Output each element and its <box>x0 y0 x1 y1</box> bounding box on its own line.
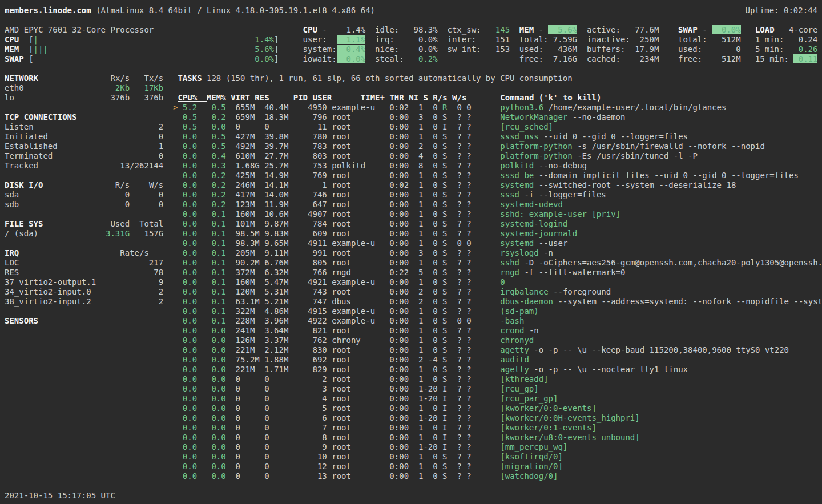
window-title: members.linode.com (AlmaLinux 8.4 64bit … <box>5 6 375 15</box>
process-row: 0.0 0.0 0 0 2 root 0:00 1 0 S ? ? [kthre… <box>173 374 822 384</box>
quicklook-gauge: CPU [| 1.4%] <box>5 35 279 45</box>
process-row: 0.0 0.2 246M 14.1M 1 root 0:02 1 0 S ? ?… <box>173 180 822 190</box>
quicklook-gauge: MEM [||| 5.6%] <box>5 45 279 54</box>
process-table-header: CPU% MEM% VIRT RES PID USER TIME+ THR NI… <box>178 93 601 103</box>
irq-row: 34_virtio2-input.0 2 <box>5 287 163 297</box>
load-stats-row: 1 min: 0.24 <box>755 35 818 45</box>
clock-value: 2021-10-15 15:17:05 UTC <box>5 491 115 500</box>
process-row: 0.0 0.1 90.2M 6.76M 805 root 0:00 1 0 S … <box>173 258 822 268</box>
process-row: 0.5 0.0 0 0 11 root 0:00 1 0 I ? ? [rcu_… <box>173 122 822 132</box>
irq-row: 38_virtio2-input.2 2 <box>5 297 163 307</box>
tcp-row: Tracked 13/262144 <box>5 161 163 171</box>
process-row: 0.0 0.2 123M 11.9M 647 root 0:00 1 0 S ?… <box>173 200 822 209</box>
tasks-summary-line: TASKS 128 (150 thr), 1 run, 61 slp, 66 o… <box>178 74 572 83</box>
network-header: NETWORK Rx/s Tx/s <box>5 74 163 83</box>
process-row: 0.0 0.1 120M 5.31M 743 root 0:00 2 0 S ?… <box>173 287 822 297</box>
sensors-panel: SENSORS <box>5 316 38 326</box>
mem-stats-row: MEM - 5.6% active: 77.6M <box>519 25 659 35</box>
process-row: 0.0 0.4 610M 27.7M 803 root 0:00 4 0 S ?… <box>173 151 822 161</box>
uptime-label: Uptime: <box>746 6 784 15</box>
process-row: 0.5 0.2 659M 18.3M 796 root 0:00 3 0 S ?… <box>173 112 822 122</box>
fs-row: / (sda) 3.31G 157G <box>5 229 163 239</box>
process-row: 0.0 0.1 160M 5.47M 4921 example-u 0:00 1… <box>173 277 822 287</box>
load-stats-row: 5 min: 0.26 <box>755 45 818 54</box>
process-row: 0.0 0.0 75.2M 1.88M 692 root 0:00 2 -4 S… <box>173 355 822 365</box>
uptime: Uptime: 0:02:44 <box>746 6 817 15</box>
process-row: 0.0 0.2 417M 14.0M 746 root 0:00 1 0 S ?… <box>173 190 822 200</box>
process-row: 0.0 0.0 241M 3.64M 821 root 0:00 1 0 S ?… <box>173 326 822 336</box>
irq-row: RES 78 <box>5 268 163 277</box>
tcp-row: Terminated 0 <box>5 151 163 161</box>
mem-panel: MEM - 5.6% active: 77.6Mtotal: 7.59G ina… <box>519 25 659 64</box>
process-row: 0.0 0.0 221M 1.71M 829 root 0:00 1 0 S ?… <box>173 365 822 374</box>
irq-header: IRQ Rate/s <box>5 248 163 258</box>
quicklook-gauge: SWAP [ 0.0%] <box>5 54 279 64</box>
tcp-header: TCP CONNECTIONS <box>5 112 163 122</box>
process-row: 0.0 0.1 63.1M 5.21M 747 dbus 0:00 2 0 S … <box>173 297 822 307</box>
disk-io-panel: DISK I/O R/s W/ssda 0 0sdb 0 0 <box>5 180 163 209</box>
process-row: 0.0 0.3 1.68G 25.7M 753 polkitd 0:00 8 0… <box>173 161 822 171</box>
swap-stats-row: used: 0 <box>678 45 741 54</box>
disk-row: sda 0 0 <box>5 190 163 200</box>
irq-row: 37_virtio2-output.1 9 <box>5 277 163 287</box>
process-row: 0.0 0.0 0 0 12 root 0:00 1 0 S ? ? [migr… <box>173 462 822 471</box>
process-row: 0.0 0.0 126M 3.37M 762 chrony 0:00 1 0 S… <box>173 336 822 345</box>
cpu-stats-row: CPU - 1.4% idle: 98.3% ctx_sw: 145 <box>303 25 510 35</box>
sensors-header: SENSORS <box>5 316 38 326</box>
mem-stats-row: used: 436M buffers: 17.9M <box>519 45 659 54</box>
process-row: 0.0 0.5 492M 39.7M 783 root 0:00 2 0 S ?… <box>173 142 822 151</box>
tcp-row: Initiated 0 <box>5 132 163 142</box>
fs-header: FILE SYS Used Total <box>5 219 163 229</box>
process-row: 0.0 0.0 0 0 6 root 0:00 1-20 I ? ? [kwor… <box>173 413 822 423</box>
process-row: 0.0 0.1 205M 9.11M 991 root 0:00 3 0 S ?… <box>173 248 822 258</box>
process-row: 0.0 0.0 0 0 5 root 0:00 1 0 I ? ? [kwork… <box>173 404 822 413</box>
swap-stats-row: free: 512M <box>678 54 741 64</box>
tasks-summary: TASKS 128 (150 thr), 1 run, 61 slp, 66 o… <box>178 74 572 83</box>
swap-panel: SWAP - 0.0%total: 512Mused: 0free: 512M <box>678 25 741 64</box>
process-row: 0.0 0.1 160M 10.6M 4907 root 0:00 1 0 S … <box>173 209 822 219</box>
irq-row: LOC 217 <box>5 258 163 268</box>
process-row: 0.0 0.0 0 0 8 root 0:00 1 0 I ? ? [kwork… <box>173 433 822 442</box>
uptime-value: 0:02:44 <box>784 6 817 15</box>
process-row: 0.0 0.2 425M 14.9M 769 root 0:00 1 0 S ?… <box>173 171 822 180</box>
quicklook-panel: AMD EPYC 7601 32-Core ProcessorCPU [| 1.… <box>5 25 279 64</box>
cpu-panel: CPU - 1.4% idle: 98.3% ctx_sw: 145user: … <box>303 25 510 64</box>
process-table: > 5.2 0.5 655M 40.4M 4950 example-u 0:02… <box>173 103 822 481</box>
disk-header: DISK I/O R/s W/s <box>5 180 163 190</box>
process-row: 0.0 0.1 101M 9.87M 784 root 0:00 1 0 S ?… <box>173 219 822 229</box>
process-row: 0.0 0.0 0 0 13 root 0:00 1 0 S ? ? [watc… <box>173 471 822 481</box>
tcp-connections-panel: TCP CONNECTIONSListen 2Initiated 0Establ… <box>5 112 163 171</box>
glances-terminal: members.linode.com (AlmaLinux 8.4 64bit … <box>0 0 822 504</box>
process-row: > 5.2 0.5 655M 40.4M 4950 example-u 0:02… <box>173 103 822 112</box>
process-row: 0.0 0.0 0 0 3 root 0:00 1-20 I ? ? [rcu_… <box>173 384 822 394</box>
process-row: 0.0 0.1 372M 6.32M 766 rngd 0:22 5 0 S ?… <box>173 268 822 277</box>
process-row: 0.0 0.5 427M 39.8M 780 root 0:00 1 0 S ?… <box>173 132 822 142</box>
irq-panel: IRQ Rate/sLOC 217RES 7837_virtio2-output… <box>5 248 163 307</box>
load-stats-row: 15 min: 0.11 <box>755 54 818 64</box>
cpu-model: AMD EPYC 7601 32-Core Processor <box>5 25 279 35</box>
process-header-line: CPU% MEM% VIRT RES PID USER TIME+ THR NI… <box>178 93 601 103</box>
tcp-row: Established 1 <box>5 142 163 151</box>
process-row: 0.0 0.0 0 0 10 root 0:00 1 0 S ? ? [ksof… <box>173 452 822 462</box>
filesystem-panel: FILE SYS Used Total/ (sda) 3.31G 157G <box>5 219 163 239</box>
cpu-stats-row: iowait: 0.0% steal: 0.2% <box>303 54 510 64</box>
hostname: members.linode.com <box>5 6 91 15</box>
process-row: 0.0 0.1 98.5M 9.83M 609 root 0:00 1 0 S … <box>173 229 822 239</box>
process-row: 0.0 0.0 221M 2.12M 830 root 0:00 1 0 S ?… <box>173 345 822 355</box>
mem-stats-row: free: 7.16G cached: 234M <box>519 54 659 64</box>
swap-stats-row: total: 512M <box>678 35 741 45</box>
disk-row: sdb 0 0 <box>5 200 163 209</box>
process-row: 0.0 0.1 322M 4.86M 4915 example-u 0:00 1… <box>173 307 822 316</box>
load-stats-row: LOAD 4-core <box>755 25 818 35</box>
os-info: (AlmaLinux 8.4 64bit / Linux 4.18.0-305.… <box>91 6 375 15</box>
network-panel: NETWORK Rx/s Tx/seth0 2Kb 17Kblo 376b 37… <box>5 74 163 103</box>
process-row: 0.0 0.0 0 0 4 root 0:00 1-20 I ? ? [rcu_… <box>173 394 822 404</box>
process-row: 0.0 0.1 98.3M 9.65M 4911 example-u 0:00 … <box>173 239 822 248</box>
cpu-stats-row: system: 0.4% nice: 0.0% sw_int: 153 <box>303 45 510 54</box>
process-row: 0.0 0.0 0 0 7 root 0:00 1 0 I ? ? [kwork… <box>173 423 822 433</box>
cpu-stats-row: user: 1.1% irq: 0.0% inter: 151 <box>303 35 510 45</box>
network-row: lo 376b 376b <box>5 93 163 103</box>
load-panel: LOAD 4-core1 min: 0.245 min: 0.2615 min:… <box>755 25 818 64</box>
network-row: eth0 2Kb 17Kb <box>5 83 163 93</box>
process-row: 0.0 0.0 0 0 9 root 0:00 1-20 I ? ? [mm_p… <box>173 442 822 452</box>
